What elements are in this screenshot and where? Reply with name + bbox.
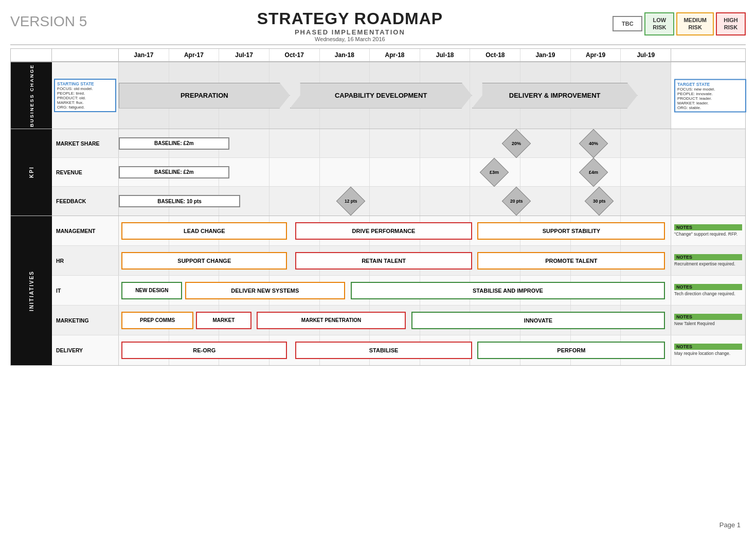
risk-badge-tbc: TBC: [613, 16, 642, 31]
starting-state-box: STARTING STATE FOCUS: old model.PEOPLE: …: [54, 79, 116, 112]
init-bars-delivery: RE-ORG STABILISE PERFORM: [119, 335, 671, 365]
ms-20-diamond: 20%: [501, 129, 531, 158]
kpi-label-revenue: REVENUE: [52, 158, 119, 186]
tl-jan19: Jan-19: [520, 49, 571, 61]
mkt-bar-penetration: MARKET PENETRATION: [257, 312, 406, 329]
mgmt-bar-support: SUPPORT STABILITY: [477, 222, 665, 240]
rev-4m-diamond: £4m: [579, 157, 608, 187]
del-notes-header: NOTES: [674, 344, 742, 350]
page-container: VERSION 5 STRATEGY ROADMAP PHASED IMPLEM…: [0, 0, 756, 537]
roadmap-table: Jan-17 Apr-17 Jul-17 Oct-17 Jan-18 Apr-1…: [10, 48, 746, 366]
ms-40-diamond: 40%: [579, 129, 608, 158]
tl-jan17: Jan-17: [119, 49, 169, 61]
init-row-delivery: DELIVERY RE-ORG STABILISE PERFORM NOTES …: [52, 335, 745, 365]
tl-jan18: Jan-18: [320, 49, 370, 61]
ms-notes-col: [671, 129, 745, 157]
init-label-marketing: MARKETING: [52, 306, 119, 335]
init-bars-it: NEW DESIGN DELIVER NEW SYSTEMS STABILISE…: [119, 276, 671, 305]
init-bars-hr: SUPPORT CHANGE RETAIN TALENT PROMOTE TAL…: [119, 246, 671, 275]
del-notes-text: May require location change.: [674, 351, 742, 357]
rev-notes-col: [671, 158, 745, 186]
ms-40-label: 40%: [589, 140, 598, 146]
tl-jul17: Jul-17: [219, 49, 269, 61]
tl-oct17: Oct-17: [269, 49, 320, 61]
header: VERSION 5 STRATEGY ROADMAP PHASED IMPLEM…: [10, 9, 746, 42]
init-label-management: MANAGEMENT: [52, 216, 119, 245]
del-bar-perform: PERFORM: [477, 342, 665, 359]
del-bar-stabilise: STABILISE: [295, 342, 472, 359]
hr-bar-support: SUPPORT CHANGE: [121, 252, 287, 270]
tl-jul19: Jul-19: [621, 49, 671, 61]
init-label-it: IT: [52, 276, 119, 305]
init-row-hr: HR SUPPORT CHANGE RETAIN TALENT PROMOTE …: [52, 246, 745, 276]
mkt-bar-innovate: INNOVATE: [411, 312, 665, 329]
target-state-box: TARGET STATE FOCUS: new model.PEOPLE: in…: [674, 79, 746, 112]
rev-3m-diamond: £3m: [479, 157, 509, 187]
fb-30pts-diamond: 30 pts: [584, 187, 614, 216]
bc-phase-preparation: PREPARATION: [119, 83, 290, 109]
timeline-header-row: Jan-17 Apr-17 Jul-17 Oct-17 Jan-18 Apr-1…: [11, 49, 745, 62]
init-bars-marketing: PREP COMMS MARKET MARKET PENETRATION INN…: [119, 306, 671, 335]
bc-bars-area: PREPARATION CAPABILITY DEVELOPMENT DELIV…: [119, 62, 671, 129]
section-label-business-change: BUSINESS CHANGE: [11, 62, 52, 129]
risk-badge-medium: MEDIUMRISK: [676, 12, 714, 35]
hr-notes-text: Recruitment expertise required.: [674, 261, 742, 267]
fb-20pts-diamond: 20 pts: [501, 187, 531, 216]
tl-label-spacer: [52, 49, 119, 61]
mgmt-bar-lead: LEAD CHANGE: [121, 222, 287, 240]
ms-20-label: 20%: [512, 140, 521, 146]
mkt-notes: NOTES New Talent Required: [674, 314, 742, 327]
kpi-section: KPI MARKET SHARE BASELINE: £2m 20%: [11, 129, 745, 216]
starting-state-title: STARTING STATE: [57, 81, 113, 86]
tl-apr17: Apr-17: [169, 49, 220, 61]
bc-phase-capability: CAPABILITY DEVELOPMENT: [290, 83, 472, 109]
header-divider: [10, 44, 746, 45]
tl-oct18: Oct-18: [470, 49, 520, 61]
tl-jul18: Jul-18: [420, 49, 471, 61]
it-notes-col: NOTES Tech direction change required.: [671, 276, 745, 305]
hr-notes: NOTES Recruitment expertise required.: [674, 254, 742, 267]
fb-notes-col: [671, 187, 745, 216]
title-block: STRATEGY ROADMAP PHASED IMPLEMENTATION W…: [87, 9, 613, 42]
kpi-bars-market-share: BASELINE: £2m 20% 40%: [119, 129, 671, 157]
starting-state-text: FOCUS: old model.PEOPLE: tired.PRODUCT: …: [57, 86, 93, 110]
it-notes-text: Tech direction change required.: [674, 291, 742, 297]
business-change-section: BUSINESS CHANGE STARTING STATE FOCUS: ol…: [11, 62, 745, 129]
ms-baseline: BASELINE: £2m: [119, 137, 229, 150]
del-bar-reorg: RE-ORG: [121, 342, 287, 359]
it-bar-deliver: DELIVER NEW SYSTEMS: [185, 282, 345, 299]
mgmt-notes: NOTES "Change" support required. RFP.: [674, 224, 742, 238]
target-state-title: TARGET STATE: [677, 81, 743, 86]
init-bars-management: LEAD CHANGE DRIVE PERFORMANCE SUPPORT ST…: [119, 216, 671, 245]
risk-badges: TBC LOWRISK MEDIUMRISK HIGHRISK: [613, 12, 746, 35]
tl-notes-spacer: [671, 49, 745, 61]
kpi-bars-feedback: BASELINE: 10 pts 12 pts 20 pts 30 pts: [119, 187, 671, 216]
mgmt-bar-drive: DRIVE PERFORMANCE: [295, 222, 472, 240]
hr-bar-promote: PROMOTE TALENT: [477, 252, 665, 270]
initiatives-section: INITIATIVES MANAGEMENT LEAD CHANGE DRIVE…: [11, 216, 745, 365]
kpi-label-market-share: MARKET SHARE: [52, 129, 119, 157]
subtitle: PHASED IMPLEMENTATION: [87, 28, 613, 36]
init-row-it: IT NEW DESIGN DELIVER NEW SYSTEMS STABIL…: [52, 276, 745, 306]
bc-phase-delivery: DELIVERY & IMPROVEMENT: [472, 83, 638, 109]
it-notes: NOTES Tech direction change required.: [674, 284, 742, 297]
it-bar-stabilise: STABILISE AND IMPROVE: [351, 282, 665, 299]
mkt-bar-prepcomms: PREP COMMS: [121, 312, 193, 329]
hr-bar-retain: RETAIN TALENT: [295, 252, 472, 270]
fb-baseline: BASELINE: 10 pts: [119, 195, 240, 207]
date-label: Wednesday, 16 March 2016: [87, 36, 613, 42]
kpi-bars-revenue: BASELINE: £2m £3m £4m: [119, 158, 671, 186]
mkt-notes-col: NOTES New Talent Required: [671, 306, 745, 335]
tl-apr18: Apr-18: [370, 49, 420, 61]
timeline-dates: Jan-17 Apr-17 Jul-17 Oct-17 Jan-18 Apr-1…: [119, 49, 671, 61]
section-label-kpi: KPI: [11, 129, 52, 216]
mkt-notes-header: NOTES: [674, 314, 742, 320]
mgmt-notes-col: NOTES "Change" support required. RFP.: [671, 216, 745, 245]
mgmt-notes-text: "Change" support required. RFP.: [674, 231, 742, 238]
kpi-label-feedback: FEEDBACK: [52, 187, 119, 216]
init-label-delivery: DELIVERY: [52, 335, 119, 365]
kpi-rows: MARKET SHARE BASELINE: £2m 20%: [52, 129, 745, 216]
main-title: STRATEGY ROADMAP: [87, 9, 613, 28]
kpi-row-market-share: MARKET SHARE BASELINE: £2m 20%: [52, 129, 745, 158]
del-notes-col: NOTES May require location change.: [671, 335, 745, 365]
